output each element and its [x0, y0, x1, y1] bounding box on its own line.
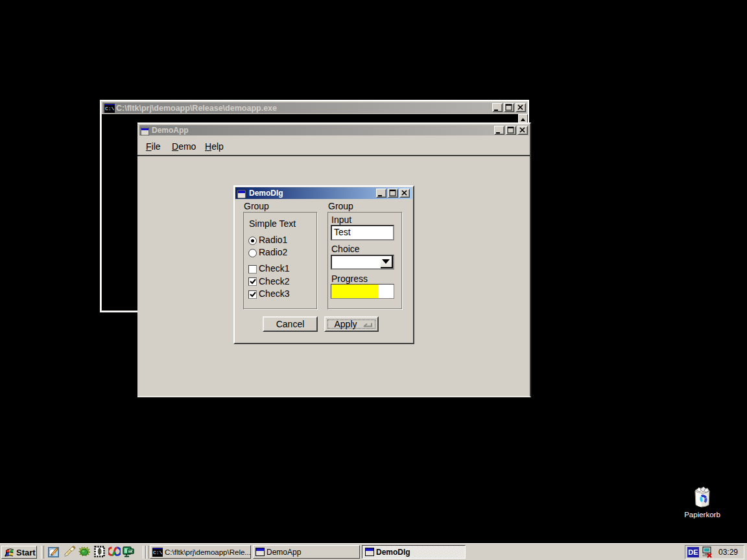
svg-text:C:\: C:\: [153, 550, 163, 555]
svg-text:TX: TX: [129, 550, 134, 554]
svg-text:C:\: C:\: [105, 106, 115, 111]
